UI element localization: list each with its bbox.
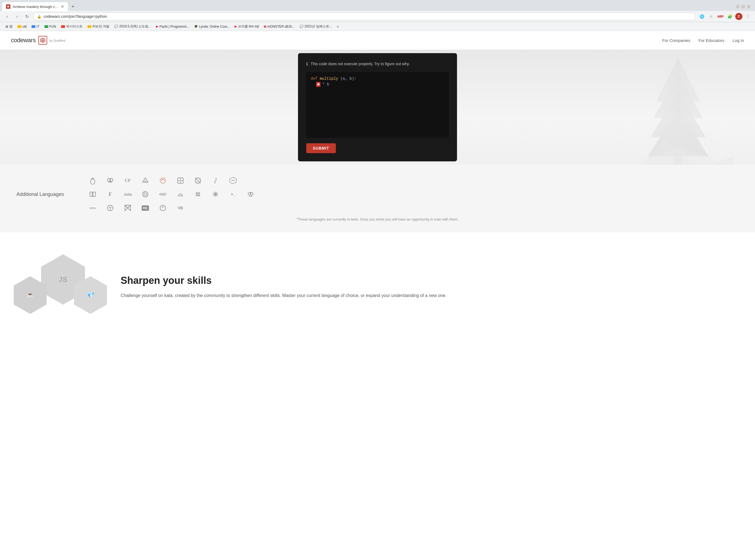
lang-objc-icon[interactable]: objC: [158, 189, 168, 199]
oracle-icon: ▶: [235, 25, 237, 28]
lang-vb-icon[interactable]: VB: [175, 203, 185, 213]
lang-clojurescript-icon[interactable]: <=>: [88, 203, 98, 213]
tab-title: Achieve mastery through challe...: [13, 5, 59, 9]
minimize-button[interactable]: [736, 5, 740, 8]
bookmark-oracle[interactable]: ▶ 오라클 live sql: [232, 23, 261, 29]
bookmark-folder-icon: [44, 25, 48, 28]
lang-pharo-icon[interactable]: [211, 189, 220, 199]
bookmark-button[interactable]: ☆: [707, 13, 715, 20]
bookmark-wishlist[interactable]: 위시리스트: [59, 23, 85, 29]
function-name: multiply: [320, 76, 338, 81]
svg-marker-43: [125, 205, 128, 211]
bookmarks-bar: ⊞ 앱 util IT FUN 위시리스트 AI보안 개발 💬 2019.5.2…: [0, 22, 755, 31]
bookmark-more[interactable]: »: [335, 24, 341, 29]
function-args: (a, b):: [340, 76, 356, 81]
lang-rescript-icon[interactable]: RE: [140, 203, 150, 213]
kakao-icon: 💬: [114, 25, 118, 28]
bookmark-folder-icon: [18, 25, 21, 28]
bookmark-lynda[interactable]: 🎓 Lynda: Online Cour...: [192, 24, 232, 29]
lang-brainfuck-icon[interactable]: [105, 176, 115, 185]
submit-button[interactable]: SUBMIT: [306, 143, 336, 153]
lang-elixir-icon[interactable]: [88, 176, 98, 185]
bookmark-util[interactable]: util: [15, 24, 29, 29]
hex-js-label: JS: [59, 275, 67, 284]
nav-links: For Companies For Educators Log In: [662, 38, 744, 43]
lang-julia-icon[interactable]: Julia: [123, 189, 133, 199]
lang-raku-icon[interactable]: [158, 203, 168, 213]
bookmark-it[interactable]: IT: [29, 24, 42, 29]
lang-agda-icon[interactable]: [175, 176, 185, 185]
close-button[interactable]: [747, 5, 751, 8]
error-character: ■: [316, 82, 321, 87]
language-row-1: CF: [88, 176, 739, 185]
nav-for-educators[interactable]: For Educators: [698, 38, 724, 43]
nav-for-companies[interactable]: For Companies: [662, 38, 691, 43]
bookmark-packt[interactable]: ▶ Packt | Programmi...: [154, 24, 191, 29]
info-icon: ℹ: [306, 61, 308, 66]
lang-forth-icon[interactable]: F: [105, 189, 115, 199]
lang-reason-icon[interactable]: [105, 203, 115, 213]
extensions-button[interactable]: 🧩: [726, 13, 734, 20]
code-line-1: def multiply(a, b):: [311, 76, 444, 81]
code-line-2: ■ * b: [311, 82, 444, 87]
language-row-3: <=> RE VB: [88, 203, 739, 213]
site-logo[interactable]: codewars by Qualified: [11, 36, 65, 45]
adblock-button[interactable]: ABP: [717, 13, 724, 20]
address-bar[interactable]: 🔒: [33, 13, 696, 20]
lynda-icon: 🎓: [194, 25, 198, 28]
hero-content: ℹ This code does not execute properly. T…: [0, 53, 755, 161]
new-tab-button[interactable]: +: [69, 3, 77, 11]
lang-cf-icon[interactable]: CF: [123, 176, 133, 185]
url-input[interactable]: [44, 14, 692, 19]
bookmark-fun[interactable]: FUN: [42, 24, 58, 29]
lang-owl-icon[interactable]: [246, 189, 255, 199]
nav-log-in[interactable]: Log In: [733, 38, 744, 43]
lang-groovy-icon[interactable]: [175, 189, 185, 199]
lang-music-icon[interactable]: [211, 176, 220, 185]
profile-button[interactable]: C: [735, 13, 742, 20]
lang-kotlin-icon[interactable]: [123, 203, 133, 213]
bookmark-folder-icon: [32, 25, 35, 28]
language-row-2: F Julia objC: [88, 189, 739, 199]
svg-point-30: [196, 192, 198, 194]
menu-button[interactable]: ⋮: [744, 13, 752, 20]
back-button[interactable]: ‹: [3, 13, 11, 20]
forward-button[interactable]: ›: [13, 13, 21, 20]
bookmark-apps[interactable]: ⊞ 앱: [3, 23, 15, 29]
tab-close-button[interactable]: ✕: [61, 4, 64, 9]
hex-ruby-label: 💎: [87, 292, 94, 299]
languages-note: *These languages are currently in beta. …: [16, 217, 739, 221]
lang-nim-icon[interactable]: [140, 176, 150, 185]
lang-shell-icon[interactable]: >_: [228, 189, 238, 199]
translate-button[interactable]: 🌐: [698, 13, 706, 20]
code-challenge-card: ℹ This code does not execute properly. T…: [298, 53, 457, 161]
window-controls: [736, 5, 753, 8]
bookmark-folder-icon: [61, 25, 65, 28]
svg-marker-0: [7, 5, 9, 8]
hero-section: ℹ This code does not execute properly. T…: [0, 49, 755, 165]
svg-marker-42: [125, 205, 131, 208]
logo-text: codewars: [11, 37, 36, 44]
lang-factor-icon[interactable]: [193, 189, 203, 199]
navigation-bar: ‹ › ↻ 🔒 🌐 ☆ ABP 🧩 C ⋮: [0, 11, 755, 22]
monster-icon: M: [264, 25, 266, 28]
bookmark-2021[interactable]: 💬 2021년 임베스토...: [297, 23, 334, 29]
code-editor[interactable]: def multiply(a, b): ■ * b: [306, 72, 449, 138]
sharpen-title: Sharpen your skills: [121, 275, 739, 286]
lang-ballerina-icon[interactable]: [158, 176, 168, 185]
bookmark-ai[interactable]: AI보안 개발: [85, 23, 112, 29]
svg-point-16: [160, 178, 166, 183]
sharpen-text: Sharpen your skills Challenge yourself o…: [121, 275, 739, 299]
logo-icon: [38, 36, 47, 45]
lang-dart-icon[interactable]: [193, 176, 203, 185]
hex-group: JS ☕ 💎: [16, 249, 104, 325]
maximize-button[interactable]: [741, 5, 745, 8]
lang-clojure-icon[interactable]: [140, 189, 150, 199]
bookmark-2019[interactable]: 💬 2019.5.2(목) 신도림...: [112, 23, 153, 29]
info-message: This code does not execute properly. Try…: [311, 62, 410, 66]
lang-typescript-icon[interactable]: [228, 176, 238, 185]
lang-cobol-icon[interactable]: [88, 189, 98, 199]
bookmark-monster[interactable]: M mONSTER dESI...: [262, 24, 297, 29]
active-tab[interactable]: Achieve mastery through challe... ✕: [2, 2, 68, 11]
reload-button[interactable]: ↻: [23, 13, 31, 20]
